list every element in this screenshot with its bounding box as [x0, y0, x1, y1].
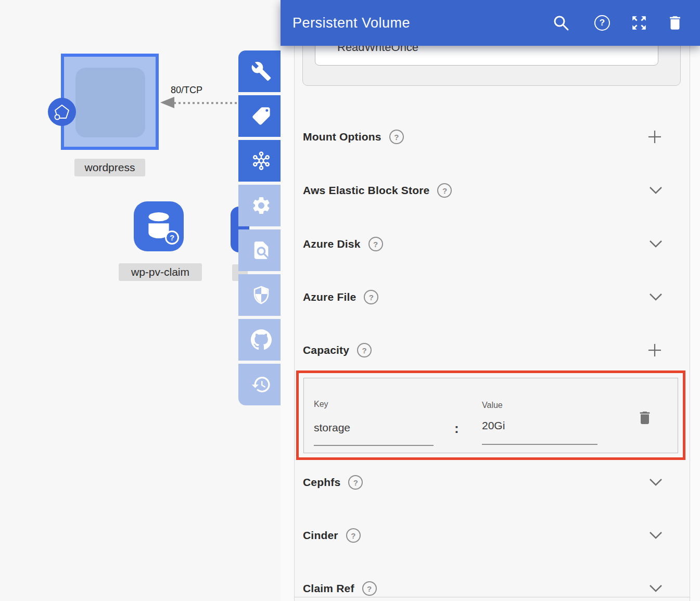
tag-icon	[251, 106, 272, 126]
chevron-down-icon[interactable]	[649, 531, 663, 540]
delete-button[interactable]	[666, 14, 684, 32]
key-input[interactable]: storage	[314, 421, 350, 434]
edge-label: 80/TCP	[171, 85, 202, 96]
help-icon[interactable]: ?	[348, 475, 363, 490]
document-search-icon	[251, 240, 272, 261]
wrench-icon	[251, 61, 272, 82]
panel-header: Persistent Volume ?	[281, 0, 700, 46]
section-title: Aws Elastic Block Store	[303, 184, 429, 197]
value-label: Value	[482, 401, 503, 410]
section-title: Azure Disk	[303, 238, 361, 250]
node-label-wp-pv-claim: wp-pv-claim	[119, 263, 202, 281]
value-input-underline	[482, 444, 597, 445]
toolbar-history-button[interactable]	[238, 364, 284, 405]
chevron-down-icon[interactable]	[649, 186, 663, 195]
gear-icon	[251, 195, 272, 216]
section-claim-ref: Claim Ref ?	[295, 578, 690, 599]
help-icon[interactable]: ?	[368, 237, 383, 251]
content-bottom-divider	[295, 597, 690, 597]
add-icon[interactable]	[647, 342, 663, 358]
toolbar-github-button[interactable]	[238, 319, 284, 361]
github-icon	[251, 329, 272, 350]
trash-icon	[637, 408, 653, 427]
help-button[interactable]: ?	[594, 15, 610, 31]
section-title: Azure File	[303, 291, 356, 303]
chevron-down-icon[interactable]	[649, 293, 663, 301]
section-azure-disk: Azure Disk ?	[295, 234, 690, 254]
section-mount-options: Mount Options ?	[295, 126, 690, 147]
fullscreen-icon	[630, 14, 648, 32]
fullscreen-button[interactable]	[630, 14, 648, 32]
section-azure-file: Azure File ?	[295, 287, 690, 308]
help-icon[interactable]: ?	[364, 290, 378, 304]
panel-content: ReadWriteOnce Mount Options ? Aws Elasti…	[294, 0, 690, 601]
section-capacity: Capacity ?	[295, 340, 690, 361]
edge-dotted-line	[174, 102, 239, 104]
help-icon[interactable]: ?	[389, 130, 404, 144]
key-input-underline	[314, 445, 434, 446]
capacity-entry-row	[303, 378, 678, 453]
node-wordpress-inner	[75, 68, 145, 137]
key-value-separator: :	[454, 420, 459, 437]
trash-icon	[666, 14, 684, 32]
help-icon[interactable]: ?	[357, 343, 372, 357]
section-title: Mount Options	[303, 131, 381, 143]
search-icon	[552, 14, 570, 32]
section-title: Capacity	[303, 344, 349, 356]
section-title: Cinder	[303, 529, 338, 542]
chevron-down-icon[interactable]	[649, 478, 663, 487]
toolbar-settings-button[interactable]	[238, 185, 284, 226]
diagram-toolbar	[238, 50, 284, 408]
edge-arrowhead-icon	[160, 97, 174, 108]
search-button[interactable]	[552, 14, 570, 32]
key-label: Key	[314, 400, 328, 409]
question-glyph: ?	[170, 233, 174, 242]
help-icon: ?	[594, 15, 610, 31]
panel-title: Persistent Volume	[292, 15, 410, 31]
chevron-down-icon[interactable]	[649, 240, 663, 248]
toolbar-hub-button[interactable]	[238, 140, 284, 182]
toolbar-wrench-button[interactable]	[238, 50, 284, 92]
toolbar-tag-button[interactable]	[238, 95, 284, 137]
section-cephfs: Cephfs ?	[295, 472, 690, 493]
shield-icon	[251, 285, 272, 305]
node-wordpress[interactable]	[61, 54, 159, 150]
pod-badge-icon	[48, 98, 76, 126]
history-icon	[251, 374, 272, 395]
node-label-wordpress: wordpress	[74, 159, 145, 176]
help-icon[interactable]: ?	[437, 183, 452, 198]
add-icon[interactable]	[647, 129, 663, 145]
section-title: Cephfs	[303, 476, 340, 489]
hub-icon	[251, 150, 272, 171]
value-input[interactable]: 20Gi	[482, 419, 505, 432]
question-badge-icon: ?	[165, 231, 179, 245]
toolbar-document-search-button[interactable]	[238, 229, 284, 271]
help-icon[interactable]: ?	[362, 581, 377, 596]
section-title: Claim Ref	[303, 582, 354, 595]
toolbar-shield-button[interactable]	[238, 274, 284, 316]
section-cinder: Cinder ?	[295, 525, 690, 546]
section-aws-elastic-block-store: Aws Elastic Block Store ?	[295, 180, 690, 201]
delete-entry-button[interactable]	[637, 408, 653, 429]
node-wp-pv-claim[interactable]: ?	[134, 201, 184, 251]
help-icon[interactable]: ?	[346, 528, 361, 543]
chevron-down-icon[interactable]	[649, 584, 663, 593]
persistent-volume-panel: ReadWriteOnce Mount Options ? Aws Elasti…	[281, 0, 700, 601]
